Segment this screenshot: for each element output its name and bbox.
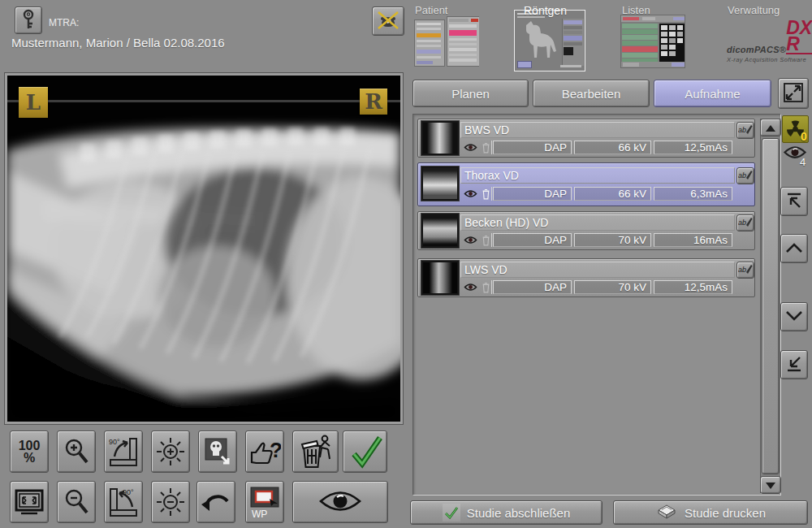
mode-aufnahme-button[interactable]: Aufnahme: [654, 80, 771, 107]
undo-arrow-icon: [200, 488, 232, 516]
finish-study-button[interactable]: Studie abschließen: [410, 500, 603, 525]
study-name-field[interactable]: Thorax VD: [460, 167, 735, 184]
rename-study-button[interactable]: ab: [736, 167, 754, 184]
login-key-button[interactable]: [15, 6, 42, 34]
triangle-up-icon: [766, 122, 775, 134]
mas-field: 16mAs: [654, 233, 732, 247]
logo-subtitle-text: X-ray Acquisition Software: [727, 56, 810, 63]
study-thumbnail[interactable]: [421, 167, 459, 201]
delete-study-icon[interactable]: [480, 280, 491, 294]
rename-icon: ab: [738, 263, 753, 278]
tab-verwaltung-label: Verwaltung: [728, 4, 780, 16]
animal-crossed-icon: [376, 10, 400, 33]
fullscreen-toggle-button[interactable]: [778, 78, 809, 109]
scroll-down-button[interactable]: [760, 476, 781, 494]
delete-study-icon[interactable]: [480, 187, 491, 201]
xray-viewport[interactable]: L R: [5, 73, 403, 424]
go-previous-button[interactable]: [780, 234, 808, 263]
visibility-eye-icon[interactable]: [462, 233, 478, 247]
delete-image-button[interactable]: [292, 431, 339, 473]
rename-study-button[interactable]: ab: [736, 262, 754, 279]
logo-brand-text: dicomPACS®: [727, 45, 786, 54]
fit-screen-icon: [13, 486, 45, 518]
key-icon: [19, 9, 37, 32]
mode-planen-button[interactable]: Planen: [412, 80, 529, 107]
window-preset-button[interactable]: WP: [245, 481, 284, 523]
svg-text:ab: ab: [738, 266, 746, 274]
tab-patient-label: Patient: [415, 4, 447, 16]
mode-bearbeiten-button[interactable]: Bearbeiten: [533, 80, 650, 107]
triangle-down-icon: [766, 479, 775, 491]
export-image-button[interactable]: [198, 431, 237, 473]
visibility-eye-icon[interactable]: [462, 141, 478, 154]
svg-text:ab: ab: [738, 219, 746, 227]
svg-text:ab: ab: [738, 171, 746, 180]
tab-patient[interactable]: [414, 16, 479, 67]
dap-field: DAP: [493, 280, 572, 294]
visibility-eye-icon[interactable]: [462, 280, 478, 294]
tab-listen[interactable]: [620, 15, 685, 68]
svg-text:WP: WP: [252, 509, 267, 520]
rename-study-button[interactable]: ab: [736, 214, 754, 232]
go-first-button[interactable]: [780, 187, 808, 216]
zoom-out-icon: [63, 487, 90, 517]
app-logo: dicomPACS® DX-R X-ray Acquisition Softwa…: [727, 19, 810, 57]
study-thumbnail[interactable]: [421, 121, 459, 155]
expand-icon: [783, 82, 804, 106]
svg-text:?: ?: [270, 438, 281, 462]
study-name-field[interactable]: LWS VD: [460, 262, 735, 278]
rotate-cw-button[interactable]: 90°: [104, 431, 143, 473]
study-item-thorax[interactable]: Thorax VD ab DAP 66 kV 6,3mAs: [417, 162, 755, 206]
visibility-eye-icon[interactable]: [462, 187, 478, 201]
svg-text:ab: ab: [738, 126, 746, 134]
kv-field: 70 kV: [574, 280, 651, 294]
study-item-lws[interactable]: LWS VD ab DAP 70 kV 12,5mAs: [417, 258, 755, 297]
thumb-question-icon: ?: [248, 436, 281, 467]
zoom-100-button[interactable]: 100%: [10, 431, 49, 473]
scroll-up-button[interactable]: [760, 119, 781, 136]
rotate-ccw-button[interactable]: 90°: [104, 481, 143, 523]
study-thumbnail[interactable]: [421, 214, 459, 248]
zoom-out-button[interactable]: [57, 481, 96, 523]
scrollbar-thumb[interactable]: [762, 138, 780, 474]
delete-study-icon[interactable]: [480, 233, 491, 247]
arrow-to-bottom-icon: [785, 355, 803, 375]
go-next-button[interactable]: [780, 302, 808, 331]
zoom-in-icon: [63, 437, 90, 466]
tab-roentgen-label[interactable]: Röntgen: [524, 4, 567, 17]
study-name-field[interactable]: Becken (HD) VD: [460, 214, 735, 231]
go-last-button[interactable]: [780, 350, 808, 379]
printer-icon: [655, 503, 678, 523]
delete-study-icon[interactable]: [480, 141, 491, 154]
rotate-ccw-icon: 90°: [108, 486, 139, 518]
brightness-down-button[interactable]: [151, 481, 190, 523]
wp-icon: WP: [248, 484, 281, 520]
brightness-up-button[interactable]: [151, 431, 190, 473]
mas-field: 12,5mAs: [654, 280, 732, 294]
fit-screen-button[interactable]: [10, 481, 49, 523]
app-window: { "header": { "mtra_label": "MTRA:", "pa…: [0, 0, 812, 528]
svg-text:90°: 90°: [123, 488, 134, 496]
arrow-to-top-icon: [785, 192, 803, 212]
tab-roentgen[interactable]: [514, 10, 585, 71]
logo-product-text: DX-R: [786, 19, 812, 54]
chevron-up-icon: [785, 242, 803, 256]
animal-mode-button[interactable]: [372, 6, 404, 36]
study-thumbnail[interactable]: [421, 261, 459, 295]
print-study-button[interactable]: Studie drucken: [613, 500, 808, 525]
rotate-cw-icon: 90°: [108, 435, 139, 468]
zoom-in-button[interactable]: [57, 431, 96, 473]
rename-study-button[interactable]: ab: [736, 122, 754, 139]
small-check-icon: [443, 504, 460, 522]
accept-image-button[interactable]: [343, 431, 387, 473]
study-item-bws[interactable]: BWS VD ab DAP 66 kV 12,5mAs: [417, 119, 755, 158]
study-name-field[interactable]: BWS VD: [460, 122, 735, 138]
undo-button[interactable]: [197, 481, 235, 523]
laterality-marker-right: R: [360, 89, 387, 115]
view-image-button[interactable]: [292, 481, 388, 523]
quality-check-button[interactable]: ?: [245, 431, 284, 473]
kv-field: 70 kV: [574, 233, 651, 247]
mas-field: 6,3mAs: [654, 187, 732, 201]
study-item-becken[interactable]: Becken (HD) VD ab DAP 70 kV 16mAs: [417, 211, 755, 250]
mtra-label: MTRA:: [49, 17, 79, 28]
